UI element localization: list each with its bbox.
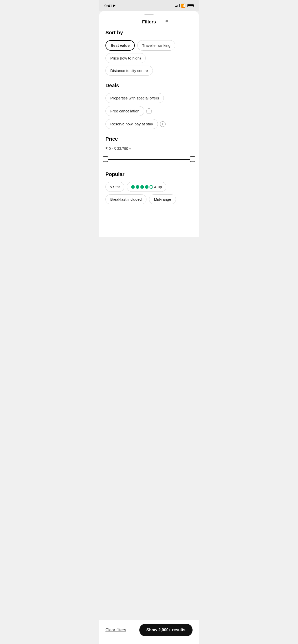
deal-special-offers-row: Properties with special offers: [105, 93, 193, 103]
deal-chip-label: Properties with special offers: [110, 96, 159, 100]
deal-chip-reserve-pay[interactable]: Reserve now, pay at stay: [105, 119, 158, 129]
title-text: Filters: [142, 19, 156, 24]
slider-thumb-right[interactable]: [190, 156, 195, 162]
sort-by-section: Sort by Best value Traveller ranking Pri…: [99, 30, 199, 76]
wifi-icon: 📶: [181, 4, 185, 8]
sort-chip-best-value[interactable]: Best value: [105, 40, 135, 51]
sort-chip-label: Distance to city centre: [110, 68, 148, 73]
sort-chip-label: Price (low to high): [110, 56, 141, 60]
time-display: 9:41: [104, 4, 112, 8]
breakfast-label: Breakfast included: [110, 197, 142, 201]
rating-label: & up: [154, 185, 162, 189]
location-icon: ▶: [113, 4, 115, 7]
deal-chip-free-cancellation[interactable]: Free cancellation: [105, 106, 144, 116]
sort-chips-row-1: Best value Traveller ranking: [105, 40, 193, 51]
rating-dot-2: [136, 185, 139, 189]
deal-chip-label: Reserve now, pay at stay: [110, 122, 153, 126]
rating-dot-5-empty: [150, 185, 153, 189]
price-range-text: ₹ 0 - ₹ 33,790 +: [105, 147, 193, 151]
deal-chip-special-offers[interactable]: Properties with special offers: [105, 93, 164, 103]
sort-chip-label: Traveller ranking: [142, 43, 170, 48]
sort-chips-row-2: Price (low to high) Distance to city cen…: [105, 53, 193, 76]
status-bar: 9:41 ▶ 📶: [99, 0, 199, 11]
status-time: 9:41 ▶: [104, 4, 115, 8]
popular-chip-label: 5 Star: [110, 185, 120, 189]
deals-section: Deals Properties with special offers Fre…: [99, 83, 199, 129]
popular-chip-breakfast[interactable]: Breakfast included: [105, 194, 146, 204]
popular-chip-5star[interactable]: 5 Star: [105, 182, 124, 192]
sort-by-title: Sort by: [105, 30, 193, 36]
sort-chip-price[interactable]: Price (low to high): [105, 53, 146, 63]
rating-dot-4: [145, 185, 148, 189]
battery-icon: [187, 4, 194, 7]
popular-chip-rating[interactable]: & up: [127, 182, 166, 192]
rating-dot-1: [131, 185, 135, 189]
popular-title: Popular: [105, 171, 193, 177]
price-section: Price ₹ 0 - ₹ 33,790 +: [99, 136, 199, 164]
drag-handle[interactable]: [144, 14, 154, 15]
price-title: Price: [105, 136, 193, 142]
deal-chip-label: Free cancellation: [110, 109, 139, 113]
sort-chip-traveller-ranking[interactable]: Traveller ranking: [137, 40, 175, 51]
popular-chips-row-2: Breakfast included Mid-range: [105, 194, 193, 204]
free-cancellation-info-icon[interactable]: i: [146, 108, 152, 114]
signal-bars-icon: [175, 4, 180, 7]
slider-thumb-left[interactable]: [103, 156, 108, 162]
sort-chip-label: Best value: [111, 43, 130, 48]
slider-track: [105, 159, 193, 160]
reserve-pay-info-icon[interactable]: i: [160, 121, 166, 127]
deal-free-cancellation-row: Free cancellation i: [105, 106, 193, 116]
mid-range-label: Mid-range: [154, 197, 171, 201]
price-slider[interactable]: [105, 154, 193, 164]
status-icons: 📶: [175, 4, 194, 8]
sheet-title: Filters: [99, 19, 199, 25]
deals-title: Deals: [105, 83, 193, 89]
deal-reserve-pay-row: Reserve now, pay at stay i: [105, 119, 193, 129]
sort-chip-distance[interactable]: Distance to city centre: [105, 66, 153, 76]
active-filter-indicator: [166, 20, 168, 22]
popular-chips-row-1: 5 Star & up: [105, 182, 193, 192]
popular-chip-mid-range[interactable]: Mid-range: [149, 194, 176, 204]
popular-section: Popular 5 Star & up Breakfast included M…: [99, 171, 199, 204]
filter-sheet: Filters Sort by Best value Traveller ran…: [99, 11, 199, 237]
rating-dot-3: [140, 185, 144, 189]
